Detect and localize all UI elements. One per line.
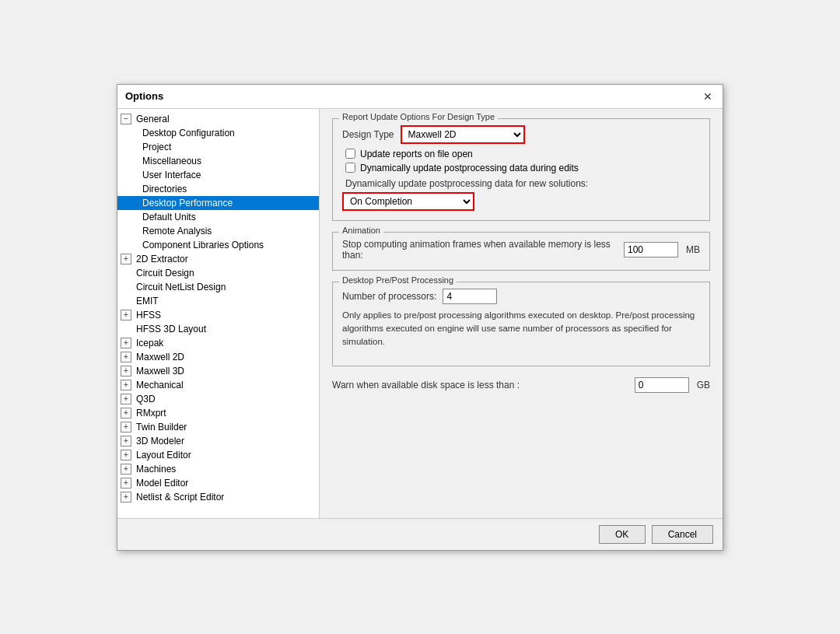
expander-icon-2d-extractor[interactable]: + — [121, 254, 131, 264]
tree-item-netlist-script[interactable]: +Netlist & Script Editor — [117, 490, 319, 504]
expander-icon-netlist-script[interactable]: + — [121, 492, 131, 503]
tree-item-emit[interactable]: EMIT — [117, 294, 319, 308]
animation-label: Stop computing animation frames when ava… — [342, 239, 619, 261]
tree-label-hfss: HFSS — [136, 310, 161, 321]
design-type-select[interactable]: Maxwell 2DMaxwell 3DHFSSIcepakQ3D — [401, 125, 525, 144]
tree-label-default-units: Default Units — [142, 212, 196, 222]
tree-label-miscellaneous: Miscellaneous — [142, 156, 201, 166]
report-group-title: Report Update Options For Design Type — [339, 112, 498, 121]
tree-label-component-libraries: Component Libraries Options — [142, 240, 264, 250]
tree-item-twin-builder[interactable]: +Twin Builder — [117, 420, 319, 434]
expander-icon-3d-modeler[interactable]: + — [121, 436, 131, 447]
expander-icon-rmxprt[interactable]: + — [121, 408, 131, 419]
tree-item-desktop-config[interactable]: Desktop Configuration — [117, 126, 319, 140]
tree-label-3d-modeler: 3D Modeler — [136, 436, 184, 447]
report-update-group: Report Update Options For Design Type De… — [332, 118, 710, 221]
expander-icon-layout-editor[interactable]: + — [121, 450, 131, 461]
update-reports-checkbox[interactable] — [345, 149, 355, 159]
ok-button[interactable]: OK — [599, 525, 646, 544]
disk-row: Warn when available disk space is less t… — [332, 377, 710, 393]
expander-icon-hfss[interactable]: + — [121, 310, 131, 321]
disk-value-input[interactable] — [635, 377, 689, 393]
tree-item-rmxprt[interactable]: +RMxprt — [117, 406, 319, 420]
tree-item-2d-extractor[interactable]: +2D Extractor — [117, 252, 319, 266]
tree-label-desktop-config: Desktop Configuration — [142, 128, 235, 138]
tree-label-rmxprt: RMxprt — [136, 408, 166, 419]
tree-label-user-interface: User Interface — [142, 170, 201, 180]
checkbox2-row: Dynamically update postprocessing data d… — [345, 163, 700, 173]
processors-desc: Only applies to pre/post processing algo… — [342, 309, 700, 349]
tree-item-circuit-design[interactable]: Circuit Design — [117, 266, 319, 280]
animation-unit: MB — [686, 244, 700, 255]
expander-icon-icepak[interactable]: + — [121, 338, 131, 349]
tree-label-2d-extractor: 2D Extractor — [136, 254, 188, 264]
tree-label-general: General — [136, 114, 170, 124]
tree-item-q3d[interactable]: +Q3D — [117, 392, 319, 406]
dialog-body: −GeneralDesktop ConfigurationProjectMisc… — [117, 109, 723, 518]
completion-select[interactable]: On CompletionNeverAlways — [342, 192, 474, 211]
expander-icon-twin-builder[interactable]: + — [121, 422, 131, 433]
animation-group: Animation Stop computing animation frame… — [332, 232, 710, 271]
tree-item-3d-modeler[interactable]: +3D Modeler — [117, 434, 319, 448]
tree-item-maxwell-2d[interactable]: +Maxwell 2D — [117, 350, 319, 364]
tree-label-machines: Machines — [136, 464, 176, 475]
tree-label-layout-editor: Layout Editor — [136, 450, 191, 461]
close-button[interactable]: ✕ — [701, 89, 715, 103]
tree-item-desktop-performance[interactable]: Desktop Performance — [117, 196, 319, 210]
tree-label-circuit-design: Circuit Design — [136, 268, 194, 278]
expander-icon-maxwell-2d[interactable]: + — [121, 352, 131, 363]
desktop-pp-group: Desktop Pre/Post Processing Number of pr… — [332, 282, 710, 367]
tree-item-general[interactable]: −General — [117, 112, 319, 126]
completion-row: On CompletionNeverAlways — [342, 192, 700, 211]
tree-label-model-editor: Model Editor — [136, 478, 188, 489]
desktop-pp-group-title: Desktop Pre/Post Processing — [339, 275, 457, 285]
right-panel: Report Update Options For Design Type De… — [320, 109, 723, 518]
design-type-row: Design Type Maxwell 2DMaxwell 3DHFSSIcep… — [342, 125, 700, 144]
expander-icon-machines[interactable]: + — [121, 464, 131, 475]
tree-item-directories[interactable]: Directories — [117, 182, 319, 196]
tree-item-default-units[interactable]: Default Units — [117, 210, 319, 224]
tree-label-emit: EMIT — [136, 296, 159, 306]
checkbox1-row: Update reports on file open — [345, 149, 700, 159]
animation-value-input[interactable] — [624, 242, 678, 257]
tree-label-hfss-3d: HFSS 3D Layout — [136, 324, 206, 335]
animation-row: Stop computing animation frames when ava… — [342, 239, 700, 261]
tree-item-hfss[interactable]: +HFSS — [117, 308, 319, 322]
design-type-label: Design Type — [342, 129, 394, 140]
tree-label-maxwell-3d: Maxwell 3D — [136, 366, 184, 377]
dialog-title: Options — [125, 90, 163, 102]
dynamic-label: Dynamically update postprocessing data f… — [345, 178, 588, 189]
tree-label-mechanical: Mechanical — [136, 380, 184, 391]
tree-item-remote-analysis[interactable]: Remote Analysis — [117, 224, 319, 238]
checkbox2-label[interactable]: Dynamically update postprocessing data d… — [360, 163, 579, 173]
tree-item-user-interface[interactable]: User Interface — [117, 168, 319, 182]
checkbox1-label[interactable]: Update reports on file open — [360, 149, 473, 159]
tree-label-netlist-script: Netlist & Script Editor — [136, 492, 224, 503]
tree-label-circuit-netlist: Circuit NetList Design — [136, 282, 226, 292]
tree-label-q3d: Q3D — [136, 394, 156, 405]
tree-item-icepak[interactable]: +Icepak — [117, 336, 319, 350]
expander-icon-q3d[interactable]: + — [121, 394, 131, 405]
tree-item-project[interactable]: Project — [117, 140, 319, 154]
expander-icon-general[interactable]: − — [121, 114, 131, 124]
tree-label-twin-builder: Twin Builder — [136, 422, 187, 433]
cancel-button[interactable]: Cancel — [652, 525, 713, 544]
tree-item-circuit-netlist[interactable]: Circuit NetList Design — [117, 280, 319, 294]
expander-icon-maxwell-3d[interactable]: + — [121, 366, 131, 377]
expander-icon-model-editor[interactable]: + — [121, 478, 131, 489]
processors-input[interactable] — [443, 289, 497, 304]
tree-item-miscellaneous[interactable]: Miscellaneous — [117, 154, 319, 168]
tree-item-hfss-3d[interactable]: HFSS 3D Layout — [117, 322, 319, 336]
tree-label-desktop-performance: Desktop Performance — [142, 198, 233, 208]
tree-label-directories: Directories — [142, 184, 187, 194]
tree-item-model-editor[interactable]: +Model Editor — [117, 476, 319, 490]
dynamic-update-checkbox[interactable] — [345, 163, 355, 173]
tree-item-maxwell-3d[interactable]: +Maxwell 3D — [117, 364, 319, 378]
tree-item-layout-editor[interactable]: +Layout Editor — [117, 448, 319, 462]
expander-icon-mechanical[interactable]: + — [121, 380, 131, 391]
tree-item-component-libraries[interactable]: Component Libraries Options — [117, 238, 319, 252]
tree-item-mechanical[interactable]: +Mechanical — [117, 378, 319, 392]
processors-row: Number of processors: — [342, 289, 700, 304]
tree-item-machines[interactable]: +Machines — [117, 462, 319, 476]
tree-label-project: Project — [142, 142, 171, 152]
